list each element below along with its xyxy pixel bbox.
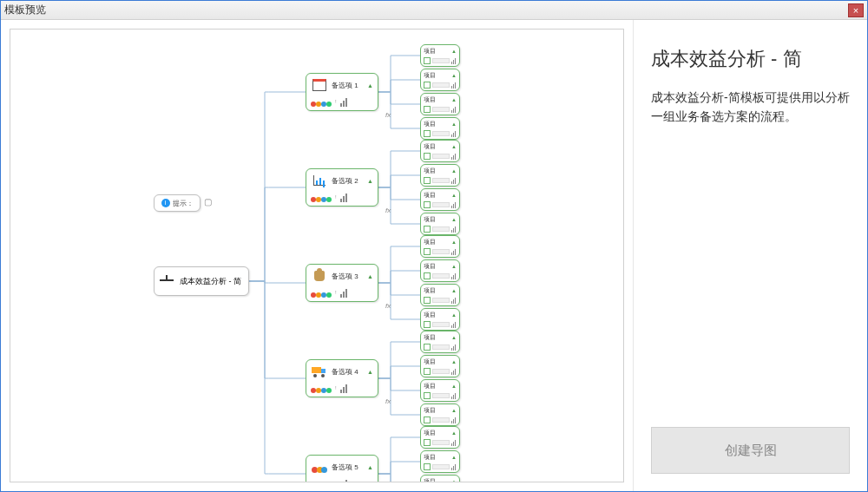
leaf-label: 项目 <box>424 262 450 271</box>
bars-icon <box>451 106 457 113</box>
fx-badge: fx <box>385 302 391 310</box>
people-indicator-icon <box>311 96 332 107</box>
chevron-up-icon: ▲ <box>451 408 457 413</box>
leaf-node[interactable]: 项目▲ <box>420 213 460 235</box>
checkbox-icon <box>424 201 431 208</box>
value-bar <box>432 131 450 136</box>
chevron-up-icon: ▲ <box>451 97 457 102</box>
chevron-up-icon: ▲ <box>451 335 457 340</box>
bars-icon <box>451 321 457 328</box>
bars-icon <box>340 478 349 482</box>
leaf-node[interactable]: 项目▲ <box>420 188 460 211</box>
checkbox-icon <box>424 82 431 89</box>
calendar-icon <box>312 79 326 91</box>
chart-icon <box>313 175 326 186</box>
chevron-up-icon: ▲ <box>367 178 373 184</box>
option-node-1[interactable]: 备选项 1▲! <box>306 73 378 111</box>
leaf-label: 项目 <box>424 215 450 224</box>
leaf-node[interactable]: 项目▲ <box>420 355 460 377</box>
leaf-label: 项目 <box>424 71 450 80</box>
leaf-node[interactable]: 项目▲ <box>420 284 460 306</box>
bars-icon <box>451 297 457 304</box>
leaf-node[interactable]: 项目▲ <box>420 450 460 473</box>
leaf-node[interactable]: 项目▲ <box>420 93 460 115</box>
checkbox-icon <box>424 321 431 328</box>
tip-node[interactable]: i提示： <box>154 194 201 212</box>
people-indicator-icon <box>311 383 332 393</box>
chevron-up-icon: ▲ <box>451 479 457 482</box>
chevron-up-icon: ▲ <box>451 384 457 389</box>
chevron-up-icon: ▲ <box>451 168 457 174</box>
value-bar <box>432 249 450 254</box>
chevron-up-icon: ▲ <box>451 144 457 149</box>
leaf-label: 项目 <box>424 453 450 462</box>
chevron-up-icon: ▲ <box>451 121 457 127</box>
leaf-node[interactable]: 项目▲ <box>420 235 460 258</box>
leaf-node[interactable]: 项目▲ <box>420 331 460 353</box>
canvas-area[interactable]: i提示：▢成本效益分析 - 简备选项 1▲!fx项目▲项目▲项目▲项目▲备选项 … <box>10 29 624 482</box>
bars-icon <box>451 248 457 255</box>
leaf-node[interactable]: 项目▲ <box>420 69 460 91</box>
leaf-node[interactable]: 项目▲ <box>420 426 460 449</box>
option-node-4[interactable]: 备选项 4▲! <box>306 359 378 397</box>
option-label: 备选项 1 <box>332 81 367 90</box>
bars-icon <box>451 368 457 375</box>
chevron-up-icon: ▲ <box>451 455 457 460</box>
checkbox-icon <box>424 344 431 351</box>
bars-icon <box>451 272 457 279</box>
chevron-up-icon: ▲ <box>451 430 457 436</box>
template-title: 成本效益分析 - 简 <box>651 46 850 72</box>
fx-badge: fx <box>385 111 391 119</box>
value-bar <box>432 178 450 183</box>
leaf-node[interactable]: 项目▲ <box>420 308 460 331</box>
bars-icon <box>451 226 457 233</box>
leaf-node[interactable]: 项目▲ <box>420 379 460 402</box>
value-bar <box>432 82 450 88</box>
people-indicator-icon <box>311 192 332 202</box>
bars-icon <box>451 463 457 470</box>
option-label: 备选项 2 <box>332 176 367 186</box>
value-bar <box>432 58 450 63</box>
leaf-node[interactable]: 项目▲ <box>420 140 460 162</box>
value-bar <box>432 344 450 350</box>
leaf-label: 项目 <box>424 477 450 482</box>
value-bar <box>432 298 450 303</box>
checkbox-icon <box>424 272 431 279</box>
bars-icon <box>451 57 457 64</box>
bars-icon <box>451 417 457 423</box>
leaf-node[interactable]: 项目▲ <box>420 403 460 426</box>
checkbox-icon <box>424 106 431 113</box>
option-node-3[interactable]: 备选项 3▲! <box>306 264 378 302</box>
chevron-up-icon: ▲ <box>451 288 457 293</box>
option-label: 备选项 4 <box>332 367 367 377</box>
bars-icon <box>340 287 349 298</box>
create-map-button[interactable]: 创建导图 <box>651 427 850 474</box>
bars-icon <box>340 192 349 202</box>
chevron-up-icon: ▲ <box>451 217 457 222</box>
leaf-label: 项目 <box>424 429 450 437</box>
option-node-5[interactable]: 备选项 5▲! <box>306 455 378 482</box>
truck-icon <box>312 367 327 376</box>
checkbox-icon <box>424 248 431 255</box>
close-button[interactable]: × <box>848 3 864 17</box>
bars-icon <box>340 96 349 107</box>
bars-icon <box>451 177 457 184</box>
leaf-node[interactable]: 项目▲ <box>420 117 460 140</box>
checkbox-icon <box>424 439 431 446</box>
option-node-2[interactable]: 备选项 2▲! <box>306 168 378 207</box>
checkbox-icon <box>424 368 431 375</box>
leaf-node[interactable]: 项目▲ <box>420 259 460 282</box>
leaf-label: 项目 <box>424 120 450 128</box>
leaf-node[interactable]: 项目▲ <box>420 44 460 67</box>
money-bag-icon <box>314 271 325 281</box>
chevron-up-icon: ▲ <box>451 264 457 269</box>
scale-icon <box>160 275 175 287</box>
chevron-up-icon: ▲ <box>451 49 457 54</box>
template-description: 成本效益分析-简模板可提供用以分析一组业务备选方案的流程。 <box>651 88 850 127</box>
leaf-node[interactable]: 项目▲ <box>420 475 460 482</box>
root-node[interactable]: 成本效益分析 - 简 <box>154 266 249 296</box>
leaf-label: 项目 <box>424 382 450 390</box>
titlebar: 模板预览 × <box>1 1 867 20</box>
leaf-node[interactable]: 项目▲ <box>420 164 460 187</box>
leaf-label: 项目 <box>424 311 450 319</box>
